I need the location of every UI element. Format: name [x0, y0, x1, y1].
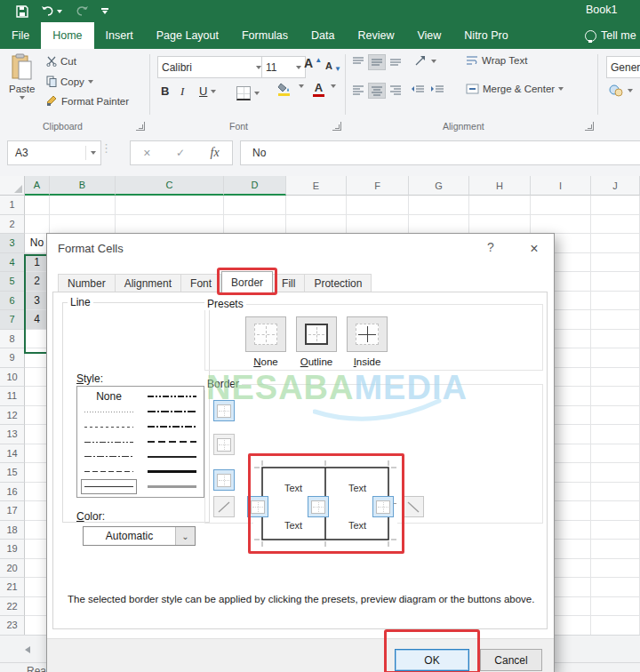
line-style-option-none[interactable]: None: [81, 389, 137, 404]
save-icon[interactable]: [16, 5, 28, 18]
underline-button[interactable]: U: [199, 84, 216, 98]
border-diagonal-up-button[interactable]: [213, 496, 235, 517]
preset-outline-button[interactable]: [296, 316, 337, 352]
align-center-button[interactable]: [368, 83, 386, 99]
grid-cell-B1[interactable]: [50, 196, 116, 215]
border-right-button[interactable]: [372, 496, 394, 517]
dialog-tab-protection[interactable]: Protection: [305, 274, 372, 293]
ribbon-tab-insert[interactable]: Insert: [94, 22, 145, 49]
grid-cell-J8[interactable]: [591, 330, 640, 349]
grid-cell-A2[interactable]: [25, 215, 50, 235]
align-left-button[interactable]: [352, 84, 364, 95]
row-header-6[interactable]: 6: [0, 292, 25, 311]
line-style-listbox[interactable]: None: [76, 386, 204, 498]
line-style-option-dashdot[interactable]: [81, 449, 137, 464]
customize-quick-access-icon[interactable]: [101, 8, 108, 14]
column-header-A[interactable]: A: [25, 176, 50, 196]
preset-none-button[interactable]: [245, 316, 286, 352]
dialog-help-icon[interactable]: ?: [481, 240, 500, 258]
ok-button[interactable]: OK: [395, 649, 469, 671]
grid-cell-D1[interactable]: [224, 196, 286, 215]
orientation-button[interactable]: [414, 55, 436, 67]
column-header-H[interactable]: H: [469, 176, 531, 196]
column-header-E[interactable]: E: [286, 176, 347, 196]
line-style-option-dashed[interactable]: [81, 464, 137, 479]
undo-dropdown-arrow[interactable]: [57, 10, 62, 13]
row-header-15[interactable]: 15: [0, 463, 25, 483]
cut-button[interactable]: Cut: [46, 56, 76, 67]
grid-cell-C2[interactable]: [116, 215, 224, 235]
grid-cell-H1[interactable]: [469, 196, 531, 215]
border-top-button[interactable]: [213, 400, 235, 421]
grid-cell-E2[interactable]: [286, 215, 347, 235]
color-dropdown[interactable]: Automatic ⌄: [83, 526, 196, 546]
cancel-button[interactable]: Cancel: [480, 649, 542, 671]
column-header-B[interactable]: B: [50, 176, 116, 196]
borders-button[interactable]: [236, 86, 260, 100]
line-style-option-thin[interactable]: [81, 479, 137, 494]
column-header-J[interactable]: J: [591, 176, 640, 196]
grid-cell-G2[interactable]: [409, 215, 469, 235]
grid-cell-J2[interactable]: [591, 215, 640, 235]
row-header-8[interactable]: 8: [0, 330, 25, 349]
tell-me-box[interactable]: Tell me: [585, 22, 640, 49]
border-bottom-button[interactable]: [213, 469, 235, 491]
grid-cell-J10[interactable]: [591, 368, 640, 388]
preset-inside-button[interactable]: [347, 316, 388, 352]
font-color-button[interactable]: A: [313, 82, 324, 97]
copy-dropdown-arrow[interactable]: [88, 80, 93, 84]
row-header-1[interactable]: 1: [0, 196, 25, 215]
grid-cell-J1[interactable]: [591, 196, 640, 215]
grid-cell-I1[interactable]: [531, 196, 591, 215]
column-header-I[interactable]: I: [531, 176, 591, 196]
line-style-option-medium[interactable]: [144, 449, 200, 464]
grid-cell-I2[interactable]: [531, 215, 591, 235]
font-size-combo[interactable]: 11: [261, 56, 306, 78]
line-style-option-mdashdot[interactable]: [144, 420, 200, 435]
grid-cell-J14[interactable]: [591, 444, 640, 464]
grid-cell-E1[interactable]: [286, 196, 347, 215]
decrease-indent-button[interactable]: [411, 84, 425, 95]
dialog-tab-font[interactable]: Font: [181, 274, 221, 293]
increase-font-button[interactable]: A▲: [304, 57, 322, 69]
format-painter-button[interactable]: Format Painter: [46, 95, 129, 107]
cancel-entry-icon[interactable]: ×: [143, 146, 150, 160]
column-header-D[interactable]: D: [224, 176, 286, 196]
ribbon-tab-view[interactable]: View: [405, 22, 452, 49]
decrease-font-button[interactable]: A▼: [325, 60, 341, 73]
row-header-16[interactable]: 16: [0, 483, 25, 502]
border-left-button[interactable]: [247, 496, 268, 517]
row-header-12[interactable]: 12: [0, 406, 25, 426]
clipboard-dialog-launcher[interactable]: [136, 122, 145, 131]
ribbon-tab-nitro-pro[interactable]: Nitro Pro: [452, 22, 519, 49]
grid-cell-J23[interactable]: [591, 616, 640, 636]
font-color-dropdown[interactable]: [331, 84, 336, 88]
row-header-21[interactable]: 21: [0, 578, 25, 597]
grid-cell-B2[interactable]: [50, 215, 116, 235]
grid-cell-J17[interactable]: [591, 501, 640, 521]
grid-cell-G1[interactable]: [409, 196, 469, 215]
border-inner-horizontal-button[interactable]: [213, 434, 235, 455]
dialog-tab-fill[interactable]: Fill: [273, 274, 305, 293]
grid-cell-J9[interactable]: [591, 348, 640, 368]
fill-color-dropdown[interactable]: [299, 84, 304, 88]
row-header-5[interactable]: 5: [0, 272, 25, 292]
increase-indent-button[interactable]: [430, 84, 444, 95]
column-header-C[interactable]: C: [116, 176, 224, 196]
line-style-option-slantdashdot[interactable]: [144, 404, 200, 420]
row-header-2[interactable]: 2: [0, 215, 25, 235]
alignment-dialog-launcher[interactable]: [585, 122, 594, 131]
border-diagonal-down-button[interactable]: [403, 496, 424, 517]
sheet-scroll-left-icon[interactable]: [25, 646, 30, 653]
line-style-option-mdashed[interactable]: [144, 435, 200, 450]
align-bottom-button[interactable]: [389, 56, 402, 67]
dialog-close-icon[interactable]: ×: [524, 239, 545, 258]
line-style-option-dashdotdot[interactable]: [81, 435, 137, 450]
ribbon-tab-review[interactable]: Review: [346, 22, 405, 49]
wrap-text-button[interactable]: Wrap Text: [466, 55, 527, 66]
font-name-combo[interactable]: Calibri: [157, 56, 266, 78]
dialog-tab-border[interactable]: Border: [221, 271, 273, 293]
row-header-17[interactable]: 17: [0, 501, 25, 521]
grid-cell-J4[interactable]: [591, 253, 640, 273]
ribbon-tab-data[interactable]: Data: [300, 22, 346, 49]
